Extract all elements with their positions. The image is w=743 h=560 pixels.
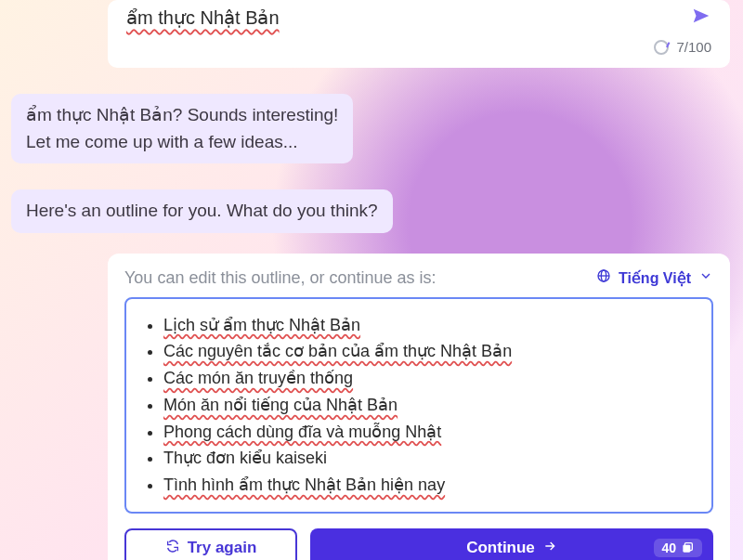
assistant-bubble-2: Here's an outline for you. What do you t… — [11, 189, 393, 233]
assistant-bubble-1: ẩm thực Nhật Bản? Sounds interesting! Le… — [11, 94, 353, 163]
outline-item[interactable]: Thực đơn kiểu kaiseki — [163, 445, 691, 472]
outline-item[interactable]: Lịch sử ẩm thực Nhật Bản — [163, 312, 691, 339]
progress-icon — [654, 40, 669, 55]
credits-badge: 40 — [654, 539, 702, 557]
outline-item[interactable]: Món ăn nổi tiếng của Nhật Bản — [163, 392, 691, 419]
language-label: Tiếng Việt — [619, 269, 691, 287]
outline-item[interactable]: Tình hình ẩm thực Nhật Bản hiện nay — [163, 472, 691, 499]
outline-item[interactable]: Các nguyên tắc cơ bản của ẩm thực Nhật B… — [163, 338, 691, 365]
outline-card: You can edit this outline, or continue a… — [108, 254, 730, 561]
svg-rect-3 — [683, 545, 690, 553]
language-selector[interactable]: Tiếng Việt — [596, 268, 713, 287]
outline-item[interactable]: Các món ăn truyền thống — [163, 365, 691, 392]
topic-input-card: ẩm thực Nhật Bản 7/100 — [108, 0, 730, 68]
globe-icon — [596, 268, 611, 287]
chevron-down-icon — [698, 268, 713, 287]
outline-editor[interactable]: Lịch sử ẩm thực Nhật Bản Các nguyên tắc … — [124, 297, 713, 514]
word-counter: 7/100 — [676, 39, 711, 55]
edit-hint: You can edit this outline, or continue a… — [124, 268, 437, 288]
send-icon[interactable] — [691, 6, 711, 30]
continue-button[interactable]: Continue 40 — [310, 528, 713, 560]
refresh-icon — [165, 539, 180, 558]
outline-item[interactable]: Phong cách dùng đĩa và muỗng Nhật — [163, 419, 691, 446]
try-again-button[interactable]: Try again — [124, 528, 297, 560]
arrow-right-icon — [542, 539, 557, 558]
topic-input[interactable]: ẩm thực Nhật Bản — [126, 7, 280, 29]
